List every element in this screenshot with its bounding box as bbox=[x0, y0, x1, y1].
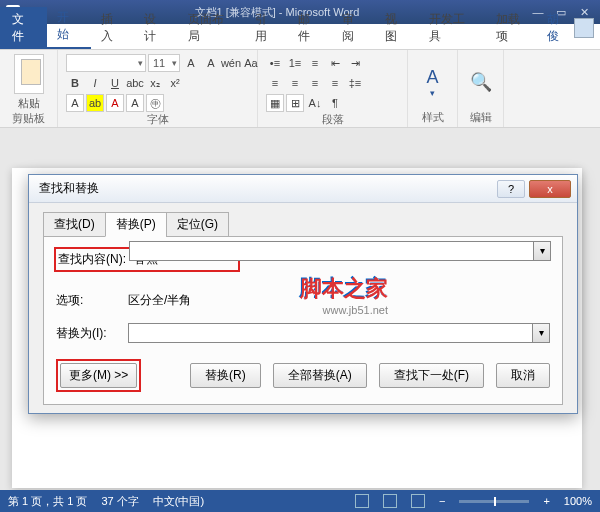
show-marks-button[interactable]: ¶ bbox=[326, 94, 344, 112]
justify-button[interactable]: ≡ bbox=[326, 74, 344, 92]
underline-button[interactable]: U bbox=[106, 74, 124, 92]
shrink-font-icon[interactable]: A bbox=[202, 54, 220, 72]
avatar[interactable] bbox=[574, 18, 594, 38]
replace-label: 替换为(I): bbox=[56, 325, 128, 342]
tab-home[interactable]: 开始 bbox=[47, 5, 90, 49]
find-input[interactable] bbox=[129, 241, 551, 261]
bullets-button[interactable]: •≡ bbox=[266, 54, 284, 72]
status-language[interactable]: 中文(中国) bbox=[153, 494, 204, 509]
options-value: 区分全/半角 bbox=[128, 292, 191, 309]
tab-mailings[interactable]: 邮件 bbox=[288, 7, 331, 49]
tab-review[interactable]: 审阅 bbox=[332, 7, 375, 49]
paste-label: 粘贴 bbox=[18, 96, 40, 111]
tab-references[interactable]: 引用 bbox=[245, 7, 288, 49]
status-words[interactable]: 37 个字 bbox=[101, 494, 138, 509]
find-replace-dialog: 查找和替换 ? x 查找(D) 替换(P) 定位(G) 查找内容(N): 香蕉 … bbox=[28, 174, 578, 414]
tab-layout[interactable]: 页面布局 bbox=[178, 7, 245, 49]
bold-button[interactable]: B bbox=[66, 74, 84, 92]
options-label: 选项: bbox=[56, 292, 128, 309]
strikethrough-button[interactable]: abc bbox=[126, 74, 144, 92]
sort-button[interactable]: A↓ bbox=[306, 94, 324, 112]
character-shading-button[interactable]: A bbox=[126, 94, 144, 112]
group-clipboard: 剪贴板 bbox=[8, 111, 49, 126]
font-color-button[interactable]: A bbox=[106, 94, 124, 112]
read-mode-view-icon[interactable] bbox=[383, 494, 397, 508]
highlight-button[interactable]: ab bbox=[86, 94, 104, 112]
tab-goto[interactable]: 定位(G) bbox=[166, 212, 229, 237]
numbering-button[interactable]: 1≡ bbox=[286, 54, 304, 72]
find-button[interactable]: 🔍 bbox=[466, 62, 495, 102]
replace-input[interactable] bbox=[128, 323, 550, 343]
user-name[interactable]: 胡俊 bbox=[547, 11, 570, 45]
find-next-button[interactable]: 查找下一处(F) bbox=[379, 363, 484, 388]
multilevel-button[interactable]: ≡ bbox=[306, 54, 324, 72]
paste-button[interactable] bbox=[14, 54, 44, 94]
zoom-out-button[interactable]: − bbox=[439, 495, 445, 507]
italic-button[interactable]: I bbox=[86, 74, 104, 92]
zoom-in-button[interactable]: + bbox=[543, 495, 549, 507]
tab-insert[interactable]: 插入 bbox=[91, 7, 134, 49]
zoom-slider[interactable] bbox=[459, 500, 529, 503]
dialog-title: 查找和替换 bbox=[35, 180, 493, 197]
tab-addins[interactable]: 加载项 bbox=[486, 7, 541, 49]
group-editing: 编辑 bbox=[466, 110, 495, 125]
tab-replace[interactable]: 替换(P) bbox=[105, 212, 167, 237]
group-font: 字体 bbox=[66, 112, 249, 127]
tab-find[interactable]: 查找(D) bbox=[43, 212, 106, 237]
phonetic-guide-icon[interactable]: wén bbox=[222, 54, 240, 72]
tab-design[interactable]: 设计 bbox=[134, 7, 177, 49]
borders-button[interactable]: ⊞ bbox=[286, 94, 304, 112]
tab-file[interactable]: 文件 bbox=[0, 7, 47, 49]
shading-button[interactable]: ▦ bbox=[266, 94, 284, 112]
line-spacing-button[interactable]: ‡≡ bbox=[346, 74, 364, 92]
more-button[interactable]: 更多(M) >> bbox=[60, 363, 137, 388]
increase-indent-button[interactable]: ⇥ bbox=[346, 54, 364, 72]
print-layout-view-icon[interactable] bbox=[355, 494, 369, 508]
decrease-indent-button[interactable]: ⇤ bbox=[326, 54, 344, 72]
group-paragraph: 段落 bbox=[266, 112, 399, 127]
align-center-button[interactable]: ≡ bbox=[286, 74, 304, 92]
text-effects-button[interactable]: A bbox=[66, 94, 84, 112]
font-size-select[interactable]: 11 bbox=[148, 54, 180, 72]
status-page[interactable]: 第 1 页，共 1 页 bbox=[8, 494, 87, 509]
dialog-close-button[interactable]: x bbox=[529, 180, 571, 198]
font-family-select[interactable] bbox=[66, 54, 146, 72]
zoom-level[interactable]: 100% bbox=[564, 495, 592, 507]
grow-font-icon[interactable]: A bbox=[182, 54, 200, 72]
align-right-button[interactable]: ≡ bbox=[306, 74, 324, 92]
superscript-button[interactable]: x² bbox=[166, 74, 184, 92]
find-label: 查找内容(N): bbox=[58, 251, 130, 268]
group-styles: 样式 bbox=[416, 110, 449, 125]
enclose-char-button[interactable]: ㊥ bbox=[146, 94, 164, 112]
replace-all-button[interactable]: 全部替换(A) bbox=[273, 363, 367, 388]
tab-view[interactable]: 视图 bbox=[375, 7, 418, 49]
replace-button[interactable]: 替换(R) bbox=[190, 363, 261, 388]
cancel-button[interactable]: 取消 bbox=[496, 363, 550, 388]
align-left-button[interactable]: ≡ bbox=[266, 74, 284, 92]
tab-developer[interactable]: 开发工具 bbox=[419, 7, 486, 49]
subscript-button[interactable]: x₂ bbox=[146, 74, 164, 92]
styles-button[interactable]: A▾ bbox=[417, 62, 449, 102]
dialog-help-button[interactable]: ? bbox=[497, 180, 525, 198]
web-layout-view-icon[interactable] bbox=[411, 494, 425, 508]
